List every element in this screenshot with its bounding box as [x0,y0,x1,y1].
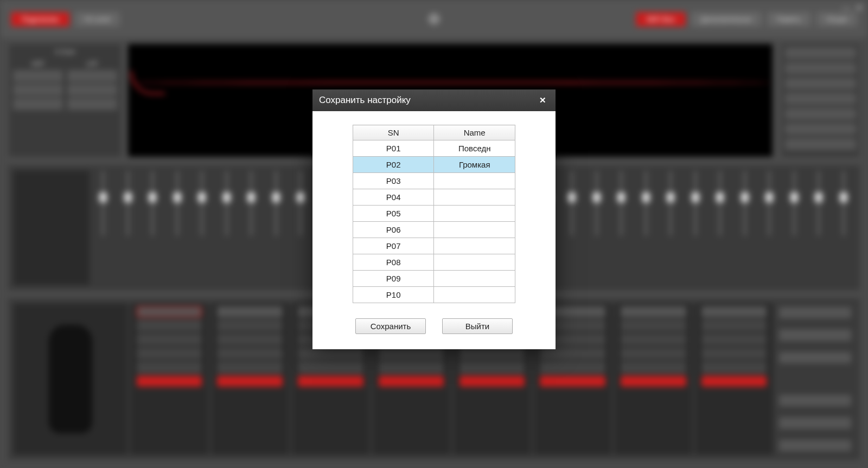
close-icon[interactable]: ✕ [536,94,549,107]
col-sn[interactable]: SN [353,125,434,140]
save-preset-dialog: Сохранить настройку ✕ SN Name P01Повседн… [312,89,556,349]
preset-row[interactable]: P06 [353,222,515,238]
preset-sn: P09 [353,271,434,287]
preset-name[interactable] [434,254,515,271]
preset-sn: P01 [353,140,434,157]
preset-sn: P06 [353,222,434,238]
preset-table: SN Name P01ПовседнP02ГромкаяP03P04P05P06… [353,125,515,303]
preset-row[interactable]: P02Громкая [353,157,515,173]
preset-row[interactable]: P09 [353,271,515,287]
preset-row[interactable]: P10 [353,287,515,303]
preset-name[interactable] [434,238,515,254]
modal-overlay: Сохранить настройку ✕ SN Name P01Повседн… [0,0,868,468]
preset-sn: P02 [353,157,434,173]
preset-row[interactable]: P05 [353,206,515,222]
preset-sn: P05 [353,206,434,222]
preset-sn: P04 [353,189,434,206]
preset-sn: P10 [353,287,434,303]
col-name[interactable]: Name [434,125,515,140]
dialog-body: SN Name P01ПовседнP02ГромкаяP03P04P05P06… [312,111,556,349]
preset-row[interactable]: P03 [353,173,515,189]
preset-name[interactable] [434,222,515,238]
dialog-titlebar[interactable]: Сохранить настройку ✕ [312,89,556,111]
preset-name[interactable]: Повседн [434,140,515,157]
preset-row[interactable]: P07 [353,238,515,254]
preset-name[interactable] [434,287,515,303]
preset-sn: P07 [353,238,434,254]
preset-sn: P03 [353,173,434,189]
preset-sn: P08 [353,254,434,271]
preset-row[interactable]: P04 [353,189,515,206]
preset-name[interactable] [434,189,515,206]
preset-name[interactable] [434,206,515,222]
dialog-title: Сохранить настройку [319,95,411,106]
preset-name[interactable]: Громкая [434,157,515,173]
save-button[interactable]: Сохранить [355,318,426,334]
preset-name[interactable] [434,271,515,287]
preset-row[interactable]: P01Повседн [353,140,515,157]
exit-button[interactable]: Выйти [442,318,513,334]
preset-name[interactable] [434,173,515,189]
dialog-buttons: Сохранить Выйти [342,318,526,334]
preset-row[interactable]: P08 [353,254,515,271]
